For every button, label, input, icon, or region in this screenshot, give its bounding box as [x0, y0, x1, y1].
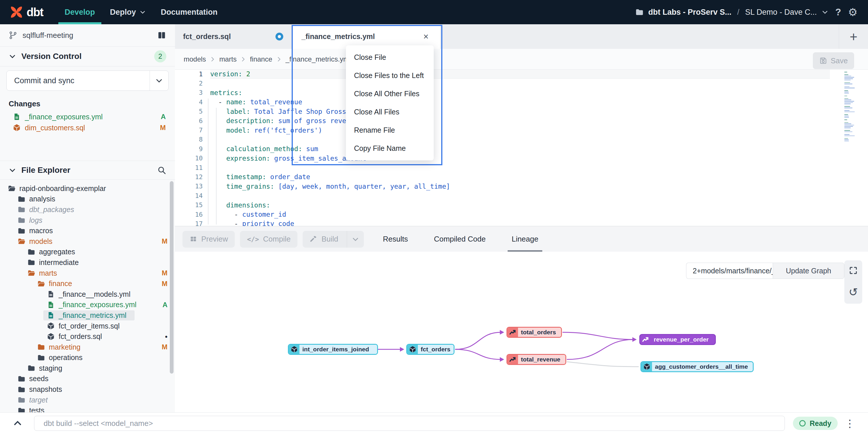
menu-item-close-all-other-files[interactable]: Close All Other Files: [346, 85, 434, 103]
breadcrumb-item-marts[interactable]: marts: [219, 55, 237, 63]
account-project-selector[interactable]: dbt Labs - ProServ S... / SL Demo - Dave…: [635, 8, 829, 17]
tree-item-tests[interactable]: tests: [0, 405, 175, 413]
dbt-logo[interactable]: dbt: [10, 5, 43, 19]
folder-icon: [27, 258, 35, 266]
nav-item-develop[interactable]: Develop: [57, 0, 102, 24]
panel-tab-compiled-code[interactable]: Compiled Code: [432, 226, 488, 252]
tree-item-dbt-packages[interactable]: dbt_packages: [0, 204, 175, 215]
panel-tab-results[interactable]: Results: [380, 226, 410, 252]
folder-icon: [17, 227, 25, 235]
version-control-header[interactable]: Version Control 2: [0, 47, 175, 66]
tree-item-fct-order-items-sql[interactable]: fct_order_items.sql: [0, 321, 175, 331]
code-text: time_grains: [day, week, month, quarter,…: [210, 183, 450, 190]
tree-item-seeds[interactable]: seeds: [0, 374, 175, 384]
tab-label: _finance_metrics.yml: [302, 32, 375, 41]
tab-fct-orders-sql[interactable]: fct_orders.sql: [175, 24, 292, 49]
changed-file-finance-exposures-yml[interactable]: _finance_exposures.ymlA: [9, 111, 166, 122]
breadcrumb-item-models[interactable]: models: [184, 55, 206, 63]
nav-item-label: Deploy: [110, 8, 136, 17]
tree-item-marketing[interactable]: marketingM: [0, 342, 175, 352]
tree-item-intermediate[interactable]: intermediate: [0, 257, 175, 268]
minimap[interactable]: [844, 72, 861, 143]
save-button[interactable]: Save: [813, 52, 854, 69]
command-input[interactable]: [34, 416, 785, 431]
search-icon[interactable]: [157, 166, 166, 175]
update-graph-button[interactable]: Update Graph: [773, 263, 844, 279]
tree-item-marts[interactable]: martsM: [0, 268, 175, 279]
breadcrumb: modelsmartsfinance_finance_metrics.yml: [175, 49, 868, 70]
file-explorer-header[interactable]: File Explorer: [0, 161, 175, 180]
tree-item-label: _finance__models.yml: [59, 290, 130, 298]
tree-item-finance-metrics-yml[interactable]: _finance_metrics.yml: [0, 310, 175, 321]
build-button[interactable]: Build: [303, 231, 364, 248]
tree-item-finance-models-yml[interactable]: _finance__models.yml: [0, 289, 175, 300]
chevron-up-icon[interactable]: [13, 418, 23, 428]
menu-item-close-file[interactable]: Close File: [346, 48, 434, 66]
menu-item-close-files-to-the-left[interactable]: Close Files to the Left: [346, 66, 434, 85]
model-cube-icon: [407, 345, 418, 354]
lineage-canvas[interactable]: int_order_items_joinedfct_orderstotal_or…: [175, 252, 868, 413]
help-icon[interactable]: ?: [835, 7, 841, 18]
reset-view-icon[interactable]: ↺: [849, 286, 858, 298]
folder-icon: [17, 396, 25, 404]
code-text: - priority_code: [210, 220, 294, 226]
commit-options-dropdown[interactable]: [150, 71, 168, 90]
lineage-node-label: total_revenue: [518, 355, 565, 364]
lineage-node-revenue-per-order[interactable]: revenue_per_order: [639, 334, 716, 345]
folder-icon: [635, 8, 644, 17]
preview-button[interactable]: Preview: [183, 231, 235, 248]
lineage-node-int-order-items-joined[interactable]: int_order_items_joined: [288, 344, 378, 355]
tree-item-label: target: [29, 396, 48, 404]
tree-item-label: macros: [29, 227, 53, 235]
tree-item-fct-orders-sql[interactable]: fct_orders.sql•: [0, 331, 175, 342]
tree-item-analysis[interactable]: analysis: [0, 194, 175, 205]
nav-item-deploy[interactable]: Deploy: [102, 0, 153, 24]
tree-item-operations[interactable]: operations: [0, 352, 175, 363]
lineage-selector-input[interactable]: [686, 263, 773, 279]
line-number: 12: [175, 173, 210, 181]
code-line: 13 time_grains: [day, week, month, quart…: [175, 182, 868, 191]
menu-item-copy-file-name[interactable]: Copy File Name: [346, 139, 434, 157]
line-number: 6: [175, 117, 210, 124]
breadcrumb-item-finance-metrics-yml[interactable]: _finance_metrics.yml: [286, 55, 350, 63]
brand-name: dbt: [27, 6, 43, 19]
panel-tab-lineage[interactable]: Lineage: [509, 226, 541, 252]
build-options-dropdown[interactable]: [347, 231, 364, 248]
folder-icon: [17, 205, 25, 213]
nav-item-label: Develop: [65, 8, 95, 17]
compile-button[interactable]: </>Compile: [240, 231, 298, 248]
nav-item-documentation[interactable]: Documentation: [153, 0, 225, 24]
tree-item-rapid-onboarding-exemplar[interactable]: rapid-onboarding-exemplar: [0, 183, 175, 194]
folder-open-icon: [7, 184, 16, 193]
tree-item-aggregates[interactable]: aggregates: [0, 247, 175, 257]
file-tree-scrollbar[interactable]: [170, 181, 174, 374]
fullscreen-icon[interactable]: [849, 266, 858, 275]
code-editor[interactable]: 1version: 223metrics:4 - name: total_rev…: [175, 69, 868, 226]
tree-item-target[interactable]: target: [0, 395, 175, 405]
tree-item-macros[interactable]: macros: [0, 225, 175, 236]
docs-book-icon[interactable]: [157, 31, 166, 40]
dbt-cloud-ide: dbt DevelopDeployDocumentation dbt Labs …: [0, 0, 868, 434]
gear-icon[interactable]: ⚙: [848, 6, 858, 19]
changed-file-dim-customers-sql[interactable]: dim_customers.sqlM: [9, 122, 166, 133]
menu-item-close-all-files[interactable]: Close All Files: [346, 103, 434, 121]
breadcrumb-item-finance[interactable]: finance: [250, 55, 272, 63]
tree-item-finance[interactable]: financeM: [0, 278, 175, 289]
model-cube-icon: [47, 332, 55, 341]
tree-item-snapshots[interactable]: snapshots: [0, 384, 175, 395]
lineage-node-total-orders[interactable]: total_orders: [506, 327, 562, 338]
commit-and-sync-button[interactable]: Commit and sync: [6, 70, 168, 91]
tree-item-finance-exposures-yml[interactable]: _finance_exposures.ymlA: [0, 300, 175, 310]
lineage-node-fct-orders[interactable]: fct_orders: [406, 344, 455, 355]
folder-icon: [37, 343, 45, 351]
indent-guide: [208, 98, 209, 225]
close-icon[interactable]: ×: [423, 31, 429, 42]
kebab-menu-icon[interactable]: ⋮: [845, 417, 855, 429]
menu-item-rename-file[interactable]: Rename File: [346, 121, 434, 139]
lineage-node-agg-customer-orders-all-time[interactable]: agg_customer_orders__all_time: [641, 361, 754, 372]
new-tab-button[interactable]: +: [839, 24, 868, 49]
tree-item-staging[interactable]: staging: [0, 363, 175, 374]
tree-item-models[interactable]: modelsM: [0, 236, 175, 247]
tree-item-logs[interactable]: logs: [0, 215, 175, 226]
lineage-node-total-revenue[interactable]: total_revenue: [506, 354, 566, 365]
